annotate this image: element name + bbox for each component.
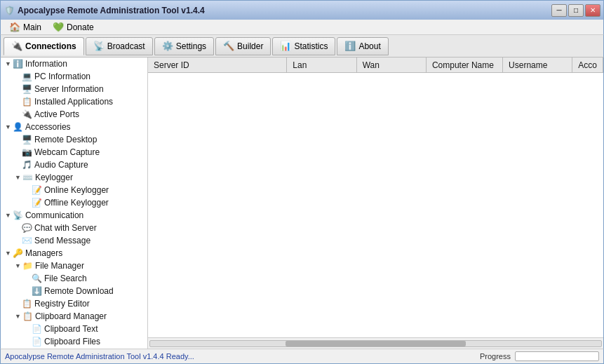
tree-item[interactable]: ⬇️Remote Download bbox=[1, 285, 147, 297]
col-header-lan: Lan bbox=[287, 58, 356, 72]
tree-item-icon: 🎵 bbox=[22, 160, 32, 170]
tree-item-icon: 📄 bbox=[32, 324, 42, 334]
minimize-button[interactable]: ─ bbox=[551, 4, 567, 17]
window-controls: ─ □ ✕ bbox=[551, 4, 600, 17]
tree-item[interactable]: ▼🔑Managers bbox=[1, 247, 147, 259]
tree-item-icon: 💻 bbox=[22, 72, 32, 81]
tree-item[interactable]: ▼📋Clipboard Manager bbox=[1, 310, 147, 323]
menu-main-label: Main bbox=[23, 22, 41, 32]
tree-item[interactable]: 📋Installed Applications bbox=[1, 95, 147, 108]
connections-icon: 🔌 bbox=[11, 41, 22, 51]
expand-icon[interactable]: ▼ bbox=[15, 262, 21, 269]
tree-item-label: Information bbox=[25, 59, 67, 69]
tree-item-icon: 👤 bbox=[13, 122, 23, 132]
tree-item[interactable]: ✉️Send Message bbox=[1, 234, 147, 247]
tree-item-label: Offline Keylogger bbox=[44, 198, 109, 208]
tree-item[interactable]: 🔌Active Ports bbox=[1, 108, 147, 121]
tree-item-icon: ⌨️ bbox=[22, 173, 33, 182]
tree-item-icon: 🔑 bbox=[13, 248, 23, 258]
tree-item[interactable]: 💻PC Information bbox=[1, 70, 147, 83]
tree-item[interactable]: 🖥️Remote Desktop bbox=[1, 133, 147, 146]
tree-item[interactable]: ▼⌨️Keylogger bbox=[1, 171, 147, 184]
col-header-username: Username bbox=[503, 58, 572, 72]
tree-item[interactable]: 📄Clipboard Text bbox=[1, 323, 147, 335]
tree-item-icon: 🔍 bbox=[32, 274, 42, 283]
tree-item-label: Keylogger bbox=[35, 173, 73, 182]
menu-main[interactable]: 🏠 Main bbox=[4, 20, 47, 34]
tab-statistics[interactable]: 📊 Statistics bbox=[272, 37, 335, 55]
tree-item[interactable]: ▼📡Communication bbox=[1, 209, 147, 222]
tab-connections[interactable]: 🔌 Connections bbox=[4, 37, 84, 55]
tree-item-icon: ✉️ bbox=[22, 236, 32, 245]
tree-item-icon: 💬 bbox=[22, 223, 32, 233]
tree-item-icon: 📷 bbox=[22, 147, 32, 157]
tree-item[interactable]: ▼👤Accessories bbox=[1, 121, 147, 133]
statistics-icon: 📊 bbox=[280, 41, 291, 51]
builder-icon: 🔨 bbox=[223, 41, 234, 51]
tree-item-icon: 📝 bbox=[32, 198, 42, 208]
tree-item-icon: 📄 bbox=[32, 337, 42, 346]
tree-item-icon: 📋 bbox=[22, 311, 33, 321]
expand-icon[interactable]: ▼ bbox=[15, 313, 21, 320]
tree-item-label: File Search bbox=[44, 274, 87, 283]
expand-icon[interactable]: ▼ bbox=[5, 123, 11, 130]
tree-item-label: Remote Desktop bbox=[34, 135, 97, 144]
tree-item-icon: 🖥️ bbox=[22, 84, 32, 94]
tree-item-icon: 📝 bbox=[32, 185, 42, 195]
tree-item-label: Audio Capture bbox=[34, 160, 88, 170]
tree-item-label: Online Keylogger bbox=[44, 185, 109, 195]
broadcast-icon: 📡 bbox=[93, 41, 105, 51]
toolbar: 🔌 Connections 📡 Broadcast ⚙️ Settings 🔨 … bbox=[0, 35, 604, 58]
tree-item-label: Registry Editor bbox=[34, 299, 90, 309]
tab-builder[interactable]: 🔨 Builder bbox=[215, 37, 271, 55]
expand-icon[interactable]: ▼ bbox=[15, 174, 21, 181]
expand-icon[interactable]: ▼ bbox=[5, 250, 11, 257]
tree-item-icon: 🔌 bbox=[22, 109, 32, 119]
tree-item-label: Clipboard Files bbox=[44, 337, 100, 346]
tab-statistics-label: Statistics bbox=[294, 41, 328, 51]
tree-item[interactable]: 📝Offline Keylogger bbox=[1, 196, 147, 209]
tree-item-icon: ⬇️ bbox=[32, 286, 42, 296]
left-panel: ▼ℹ️Information💻PC Information🖥️Server In… bbox=[1, 58, 148, 349]
close-button[interactable]: ✕ bbox=[585, 4, 600, 17]
tree-item[interactable]: 📷Webcam Capture bbox=[1, 146, 147, 159]
progress-label: Progress bbox=[480, 352, 515, 360]
tree-item-icon: 📡 bbox=[13, 210, 23, 220]
tree-item[interactable]: 📝Online Keylogger bbox=[1, 184, 147, 196]
horizontal-scrollbar[interactable] bbox=[148, 337, 603, 349]
table-body bbox=[148, 73, 603, 337]
tree-item-label: File Manager bbox=[35, 261, 84, 271]
menu-donate[interactable]: 💚 Donate bbox=[47, 20, 100, 34]
tree-item-icon: ℹ️ bbox=[13, 59, 23, 69]
tree-item-label: Managers bbox=[25, 248, 62, 258]
tree-item-label: Remote Download bbox=[44, 286, 114, 296]
tab-builder-label: Builder bbox=[237, 41, 263, 51]
tab-broadcast[interactable]: 📡 Broadcast bbox=[86, 37, 153, 55]
tree-item-label: Clipboard Manager bbox=[35, 311, 107, 321]
progress-bar bbox=[515, 351, 599, 361]
tree-item[interactable]: 📋Registry Editor bbox=[1, 297, 147, 310]
expand-icon[interactable]: ▼ bbox=[5, 212, 11, 219]
app-icon: 🛡️ bbox=[4, 5, 15, 16]
tree-item[interactable]: 🖥️Server Information bbox=[1, 83, 147, 95]
title-text: Apocalypse Remote Administration Tool v1… bbox=[18, 6, 551, 15]
tree-item-label: Chat with Server bbox=[34, 223, 97, 233]
donate-icon: 💚 bbox=[53, 22, 64, 32]
tree-item[interactable]: 🎵Audio Capture bbox=[1, 159, 147, 171]
tree-item[interactable]: ▼📁File Manager bbox=[1, 259, 147, 272]
tree-item[interactable]: ▼ℹ️Information bbox=[1, 58, 147, 70]
tree-item[interactable]: 💬Chat with Server bbox=[1, 222, 147, 234]
col-header-acco: Acco bbox=[572, 58, 603, 72]
tab-settings[interactable]: ⚙️ Settings bbox=[154, 37, 214, 55]
tree-item[interactable]: 📄Clipboard Files bbox=[1, 335, 147, 348]
maximize-button[interactable]: □ bbox=[568, 4, 584, 17]
scroll-track bbox=[149, 340, 602, 347]
tree-item[interactable]: 🚀Startup Manager bbox=[1, 348, 147, 349]
menu-donate-label: Donate bbox=[67, 22, 94, 32]
tab-about[interactable]: ℹ️ About bbox=[337, 37, 388, 55]
scroll-thumb[interactable] bbox=[286, 341, 466, 346]
expand-icon[interactable]: ▼ bbox=[5, 60, 11, 67]
col-header-computer: Computer Name bbox=[427, 58, 503, 72]
tree-item[interactable]: 🔍File Search bbox=[1, 272, 147, 285]
tree-item-label: PC Information bbox=[34, 72, 90, 81]
